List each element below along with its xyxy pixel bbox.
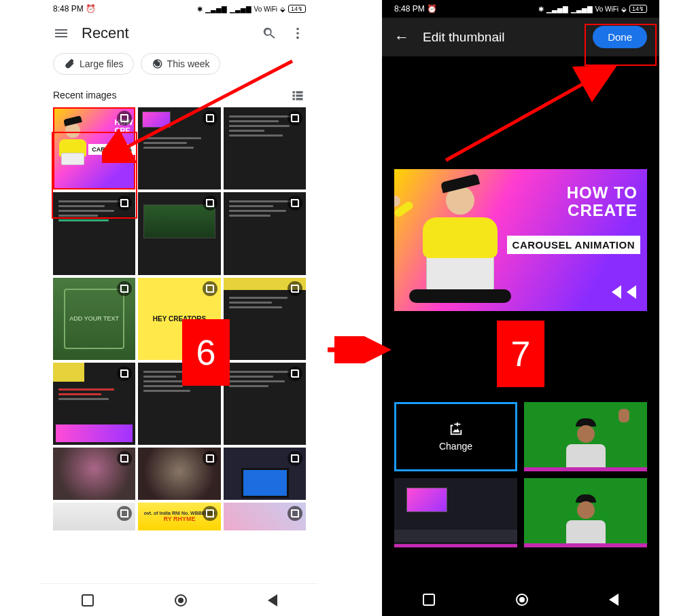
chip-label: This week [167,58,210,69]
image-tile[interactable] [224,503,306,530]
picker-header: Recent [41,18,318,49]
menu-icon[interactable] [53,25,69,41]
image-grid-row: ovt. of India RNI No. WBBEN/20 RY RHYME [41,503,318,530]
image-tile[interactable] [138,448,220,500]
image-tile[interactable] [53,192,135,274]
expand-icon[interactable] [117,281,132,296]
svg-point-1 [296,32,299,35]
tile-text: RY RHYME [163,515,195,522]
svg-point-2 [296,37,299,39]
signal-icon: ▁▃▅▇ [571,5,593,13]
image-grid: HOW CRE CAROUSEL A ADD YOUR TEXT [41,107,318,445]
wifi-icon: ⬙ [621,5,627,13]
expand-icon[interactable] [203,281,218,296]
step-badge: 6 [182,319,230,386]
status-right: ✱ ▁▃▅▇ ▁▃▅▇ Vo WiFi ⬙ 14↯ [197,5,306,13]
expand-icon[interactable] [288,281,302,296]
image-tile[interactable] [53,503,135,530]
edit-thumbnail-screen: 8:48 PM ⏰ ✱ ▁▃▅▇ ▁▃▅▇ Vo WiFi ⬙ 14↯ ← Ed… [382,0,659,616]
status-bar: 8:48 PM ⏰ ✱ ▁▃▅▇ ▁▃▅▇ Vo WiFi ⬙ 14↯ [41,0,318,18]
nav-bar [41,583,318,616]
preview-headline: HOW TO CREATE [567,184,638,220]
nav-recents-icon[interactable] [82,594,94,606]
expand-icon[interactable] [288,111,302,126]
chip-large-files[interactable]: Large files [53,53,134,75]
page-title: Recent [82,24,249,42]
image-tile[interactable] [53,448,135,500]
search-icon[interactable] [261,25,277,41]
chip-this-week[interactable]: This week [141,53,220,75]
image-tile[interactable] [53,363,135,445]
expand-icon[interactable] [117,506,132,521]
back-icon[interactable]: ← [394,29,409,46]
bluetooth-icon: ✱ [197,5,203,13]
battery-level: 14↯ [288,5,306,13]
change-thumbnail-button[interactable]: Change [394,402,517,471]
svg-point-0 [296,28,299,31]
expand-icon[interactable] [117,451,132,466]
nav-back-icon[interactable] [268,594,277,606]
image-plus-icon [449,422,464,437]
section-header: Recent images [41,81,318,107]
image-tile[interactable] [224,363,306,445]
thumbnail-option[interactable] [394,478,517,547]
page-title: Edit thumbnail [423,30,579,45]
list-view-icon[interactable] [290,87,306,103]
preview-subband: CAROUSEL ANIMATION [507,236,640,254]
signal-icon: ▁▃▅▇ [546,5,568,13]
edit-header: ← Edit thumbnail Done [382,18,659,56]
expand-icon[interactable] [288,451,302,466]
image-tile[interactable]: HOW CRE CAROUSEL A [53,107,135,189]
step-badge: 7 [497,321,544,387]
preview-arrows-icon [612,285,636,299]
thumbnail-preview: HOW TO CREATE CAROUSEL ANIMATION [394,169,647,311]
expand-icon[interactable] [203,111,218,126]
section-title: Recent images [53,90,116,101]
filter-chips: Large files This week [41,49,318,81]
status-right: ✱ ▁▃▅▇ ▁▃▅▇ Vo WiFi ⬙ 14↯ [538,5,647,13]
annotation-arrow [324,336,392,363]
expand-icon[interactable] [203,451,218,466]
status-bar: 8:48 PM ⏰ ✱ ▁▃▅▇ ▁▃▅▇ Vo WiFi ⬙ 14↯ [382,0,659,18]
image-tile[interactable]: ovt. of India RNI No. WBBEN/20 RY RHYME [138,503,220,530]
overflow-icon[interactable] [290,25,306,41]
expand-icon[interactable] [117,366,132,381]
thumb-band: CAROUSEL A [88,144,135,155]
expand-icon[interactable] [203,506,218,521]
thumbnail-preview-wrap: HOW TO CREATE CAROUSEL ANIMATION [382,162,659,318]
wifi-icon: ⬙ [280,5,285,13]
battery-level: 14↯ [629,5,647,13]
chip-label: Large files [80,58,124,69]
change-label: Change [439,441,472,452]
expand-icon[interactable] [203,196,218,211]
image-tile[interactable] [224,107,306,189]
status-time: 8:48 PM [394,4,425,14]
file-picker-screen: 8:48 PM ⏰ ✱ ▁▃▅▇ ▁▃▅▇ Vo WiFi ⬙ 14↯ Rece… [41,0,318,616]
signal-icon: ▁▃▅▇ [205,5,227,13]
nav-home-icon[interactable] [516,594,528,606]
thumbnail-options: Change [382,393,659,557]
thumbnail-option[interactable] [524,478,647,547]
expand-icon[interactable] [288,506,302,521]
nav-bar [382,583,659,616]
nav-back-icon[interactable] [609,594,619,606]
image-tile[interactable] [224,192,306,274]
vowifi-label: Vo WiFi [595,5,619,13]
image-grid-row [41,448,318,500]
done-button[interactable]: Done [593,26,647,48]
thumbnail-option[interactable] [524,402,647,471]
status-time: 8:48 PM [53,4,84,14]
alarm-icon: ⏰ [86,4,96,14]
bluetooth-icon: ✱ [538,5,544,13]
image-tile[interactable] [138,192,220,274]
image-tile[interactable] [224,278,306,360]
signal-icon: ▁▃▅▇ [230,5,251,13]
expand-icon[interactable] [288,366,302,381]
nav-recents-icon[interactable] [423,594,435,606]
image-tile[interactable] [138,107,220,189]
nav-home-icon[interactable] [175,594,187,606]
image-tile[interactable]: ADD YOUR TEXT [53,278,135,360]
alarm-icon: ⏰ [427,4,437,14]
vowifi-label: Vo WiFi [254,5,277,13]
image-tile[interactable] [224,448,306,500]
